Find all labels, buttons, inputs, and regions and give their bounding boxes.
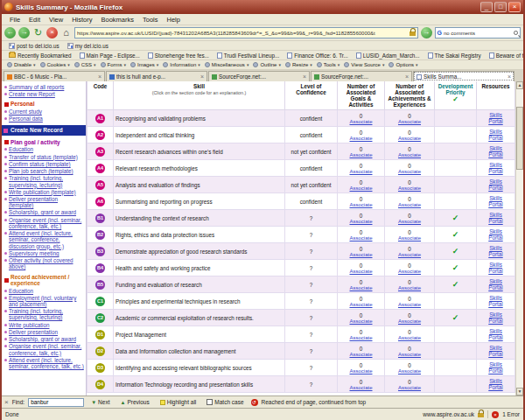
skills-portal-link[interactable]: Skills Portal [485, 178, 508, 191]
skill-code-badge[interactable]: A4 [95, 164, 105, 173]
skill-code-badge[interactable]: A5 [95, 180, 105, 190]
webdev-menu-resize[interactable]: Resize [284, 62, 314, 67]
close-button[interactable] [508, 2, 521, 12]
associate-achievements-link[interactable]: Associate [387, 368, 432, 374]
skills-portal-link[interactable]: Skills Portal [485, 295, 508, 307]
bookmark-item[interactable]: Trudi Festival Lineup... [214, 52, 283, 59]
menu-item-edit[interactable]: Edit [24, 16, 45, 24]
webdev-menu-css[interactable]: CSS [73, 62, 98, 67]
sidebar-item[interactable]: Plan job search (template) [4, 168, 84, 174]
skill-code-badge[interactable]: A2 [95, 130, 105, 140]
associate-achievements-link[interactable]: Associate [387, 302, 432, 307]
forward-button[interactable] [18, 27, 30, 38]
associate-achievements-link[interactable]: Associate [387, 252, 432, 257]
back-button[interactable] [4, 27, 16, 38]
bookmark-item[interactable]: LUSID_Adam_March... [353, 52, 424, 59]
stop-button[interactable] [46, 27, 58, 38]
associate-achievements-link[interactable]: Associate [387, 269, 432, 274]
bookmark-item[interactable]: The Sakai Registry [424, 52, 485, 59]
associate-achievements-link[interactable]: Associate [387, 152, 432, 158]
skill-code-badge[interactable]: C1 [95, 297, 105, 306]
associate-goals-link[interactable]: Associate [340, 335, 382, 340]
associate-achievements-link[interactable]: Associate [387, 186, 432, 191]
skill-code-badge[interactable]: D4 [95, 380, 105, 389]
skill-code-badge[interactable]: D3 [95, 363, 105, 373]
associate-goals-link[interactable]: Associate [340, 302, 382, 307]
skill-code-badge[interactable]: A3 [95, 147, 105, 157]
tab-4[interactable]: SourceForge.net:... [311, 71, 412, 81]
associate-goals-link[interactable]: Associate [340, 136, 382, 141]
webdev-menu-information[interactable]: Information [161, 62, 202, 67]
reload-button[interactable] [32, 27, 44, 38]
home-button[interactable] [60, 27, 72, 38]
sidebar-item[interactable]: Education [4, 288, 84, 294]
associate-achievements-link[interactable]: Associate [387, 285, 432, 290]
tab-close-icon[interactable] [98, 74, 102, 80]
menu-item-history[interactable]: History [67, 16, 96, 24]
tab-close-icon[interactable] [200, 74, 204, 80]
match-case-checkbox[interactable]: Match case [203, 397, 247, 407]
webdev-menu-cookies[interactable]: Cookies [38, 62, 72, 67]
associate-goals-link[interactable]: Associate [340, 252, 382, 257]
associate-goals-link[interactable]: Associate [340, 352, 382, 357]
associate-goals-link[interactable]: Associate [340, 318, 382, 324]
skill-code-badge[interactable]: A1 [95, 114, 105, 123]
webdev-menu-view-source[interactable]: View Source [342, 62, 386, 67]
bookmark-item[interactable]: Recently Bookmarked [5, 52, 75, 59]
sidebar-item[interactable]: Summary of all reports [4, 84, 84, 90]
associate-achievements-link[interactable]: Associate [387, 169, 432, 174]
webdev-menu-images[interactable]: Images [129, 62, 160, 67]
scrollbar-track[interactable] [516, 89, 523, 388]
skill-code-badge[interactable]: B5 [95, 280, 105, 290]
skill-code-badge[interactable]: B2 [95, 230, 105, 240]
associate-goals-link[interactable]: Associate [340, 269, 382, 274]
scrollbar-thumb[interactable] [516, 107, 523, 170]
skills-portal-link[interactable]: Skills Portal [485, 345, 508, 357]
sidebar-item[interactable]: Supervisory meeting [4, 250, 84, 256]
sidebar-item[interactable]: Organise event (incl. seminar, conferenc… [4, 343, 84, 355]
skills-portal-link[interactable]: Skills Portal [485, 328, 508, 340]
associate-achievements-link[interactable]: Associate [387, 136, 432, 141]
skills-portal-link[interactable]: Skills Portal [485, 162, 508, 174]
skill-code-badge[interactable]: D1 [95, 330, 105, 340]
associate-achievements-link[interactable]: Associate [387, 219, 432, 224]
skill-code-badge[interactable]: D2 [95, 346, 105, 356]
sidebar-item[interactable]: Current study [4, 108, 84, 115]
bookmark-item[interactable]: Stonehenge free fes... [144, 52, 213, 59]
skills-portal-link[interactable]: Skills Portal [485, 245, 508, 257]
bookmark-item[interactable]: my del.icio.us [64, 43, 112, 49]
sidebar-item[interactable]: Write publication (template) [4, 189, 84, 195]
menu-item-view[interactable]: View [45, 16, 67, 24]
find-input[interactable] [28, 398, 84, 407]
bookmark-item[interactable]: Beware of the Dog 1... [486, 52, 523, 59]
tab-1[interactable]: BBC - 6 Music - Pla... [4, 71, 105, 81]
associate-goals-link[interactable]: Associate [340, 235, 382, 241]
webdev-menu-forms[interactable]: Forms [99, 62, 129, 67]
tab-3[interactable]: SourceForge.net:... [208, 71, 310, 81]
sidebar-item[interactable]: Scholarship, grant or award [4, 209, 84, 215]
associate-achievements-link[interactable]: Associate [387, 202, 432, 207]
associate-goals-link[interactable]: Associate [340, 186, 382, 191]
sidebar-item[interactable]: Create new Report [4, 91, 84, 97]
associate-goals-link[interactable]: Associate [340, 202, 382, 207]
maximize-button[interactable] [494, 2, 507, 12]
associate-goals-link[interactable]: Associate [340, 368, 382, 374]
scroll-down-icon[interactable]: ▼ [516, 388, 523, 396]
sidebar-item[interactable]: Confirm status (template) [4, 161, 84, 167]
sidebar-item[interactable]: Deliver presentation (template) [4, 196, 84, 208]
associate-achievements-link[interactable]: Associate [387, 318, 432, 324]
sidebar-item[interactable]: Deliver presentation [4, 329, 84, 335]
url-input[interactable] [77, 31, 408, 36]
sidebar-item[interactable]: Scholarship, grant or award [4, 336, 84, 342]
associate-goals-link[interactable]: Associate [340, 152, 382, 158]
status-lock-icon[interactable] [478, 413, 484, 417]
skill-code-badge[interactable]: B4 [95, 263, 105, 273]
associate-achievements-link[interactable]: Associate [387, 119, 432, 124]
bookmark-item[interactable]: Main Page - Eclipse... [76, 52, 144, 59]
tab-close-icon[interactable] [303, 74, 306, 80]
sidebar-item[interactable]: Attend event (incl. lecture, seminar, co… [4, 357, 84, 369]
skill-code-badge[interactable]: B3 [95, 247, 105, 256]
associate-goals-link[interactable]: Associate [340, 169, 382, 174]
error-icon[interactable] [492, 411, 499, 418]
skills-portal-link[interactable]: Skills Portal [485, 361, 508, 374]
